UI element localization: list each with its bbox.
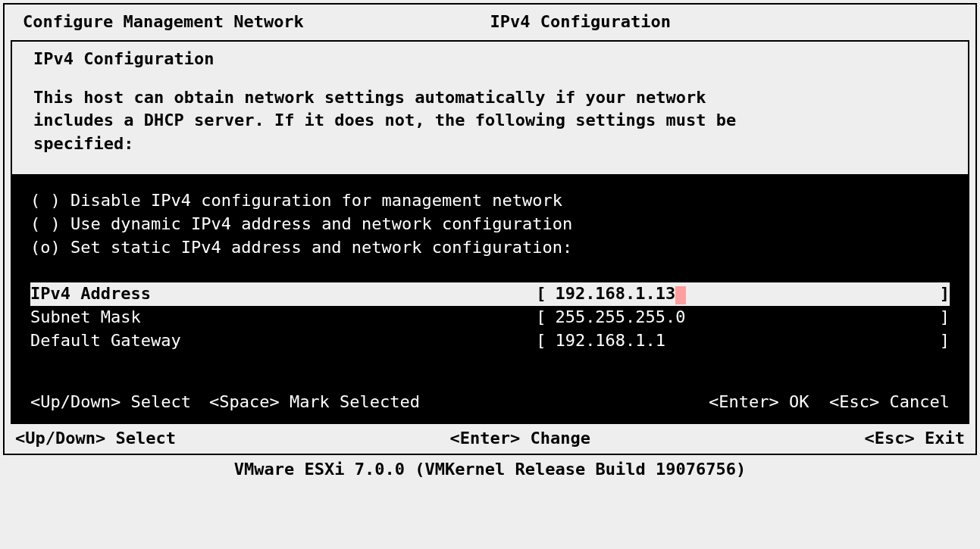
field-ipv4-address[interactable]: IPv4 Address [ 192.168.1.13 ]: [30, 282, 950, 306]
version-footer: VMware ESXi 7.0.0 (VMKernel Release Buil…: [0, 455, 980, 482]
field-label: Default Gateway: [30, 329, 536, 353]
option-disable-ipv4[interactable]: ( ) Disable IPv4 configuration for manag…: [30, 189, 950, 213]
field-label: Subnet Mask: [30, 306, 536, 329]
hint-enter-change: <Enter> Change: [450, 427, 590, 451]
breadcrumb-parent: Configure Management Network: [23, 11, 490, 34]
hint-esc-cancel: <Esc> Cancel: [829, 392, 950, 411]
option-label: Set static IPv4 address and network conf…: [70, 238, 572, 257]
dcui-screen: Configure Management Network IPv4 Config…: [3, 3, 977, 455]
dialog-ipv4-config: IPv4 Configuration This host can obtain …: [11, 40, 969, 425]
default-gateway-input[interactable]: 192.168.1.1: [546, 329, 939, 353]
hint-updown-select: <Up/Down> Select: [30, 391, 191, 414]
dialog-description: This host can obtain network settings au…: [33, 86, 947, 156]
spacer: [30, 259, 950, 282]
right-bracket: ]: [940, 282, 950, 306]
text-cursor: [675, 286, 685, 304]
hint-enter-ok: <Enter> OK: [709, 392, 809, 411]
ipv4-address-input[interactable]: 192.168.1.13: [546, 282, 939, 306]
radio-marker: (o): [30, 238, 61, 257]
field-label: IPv4 Address: [30, 282, 536, 306]
left-bracket: [: [536, 282, 546, 306]
screen-key-hints: <Up/Down> Select <Enter> Change <Esc> Ex…: [5, 424, 975, 454]
right-bracket: ]: [940, 306, 950, 329]
left-bracket: [: [536, 306, 546, 329]
dialog-title: IPv4 Configuration: [33, 48, 947, 71]
hint-updown-select: <Up/Down> Select: [15, 427, 176, 451]
dialog-header-area: IPv4 Configuration This host can obtain …: [12, 42, 968, 174]
radio-marker: ( ): [30, 214, 61, 233]
option-label: Disable IPv4 configuration for managemen…: [70, 191, 562, 210]
hint-esc-exit: <Esc> Exit: [865, 427, 965, 451]
dialog-body: ( ) Disable IPv4 configuration for manag…: [12, 174, 968, 423]
subnet-mask-input[interactable]: 255.255.255.0: [546, 306, 939, 329]
dialog-key-hints: <Up/Down> Select <Space> Mark Selected <…: [30, 353, 950, 414]
screen-header: Configure Management Network IPv4 Config…: [5, 5, 975, 34]
hint-space-mark: <Space> Mark Selected: [191, 391, 420, 414]
breadcrumb-current: IPv4 Configuration: [490, 11, 671, 34]
field-subnet-mask[interactable]: Subnet Mask [ 255.255.255.0 ]: [30, 306, 950, 329]
left-bracket: [: [536, 329, 546, 353]
option-static-ipv4[interactable]: (o) Set static IPv4 address and network …: [30, 236, 950, 260]
right-bracket: ]: [940, 329, 950, 353]
option-label: Use dynamic IPv4 address and network con…: [70, 214, 572, 233]
radio-marker: ( ): [30, 191, 61, 210]
field-default-gateway[interactable]: Default Gateway [ 192.168.1.1 ]: [30, 329, 950, 353]
option-dynamic-ipv4[interactable]: ( ) Use dynamic IPv4 address and network…: [30, 213, 950, 236]
